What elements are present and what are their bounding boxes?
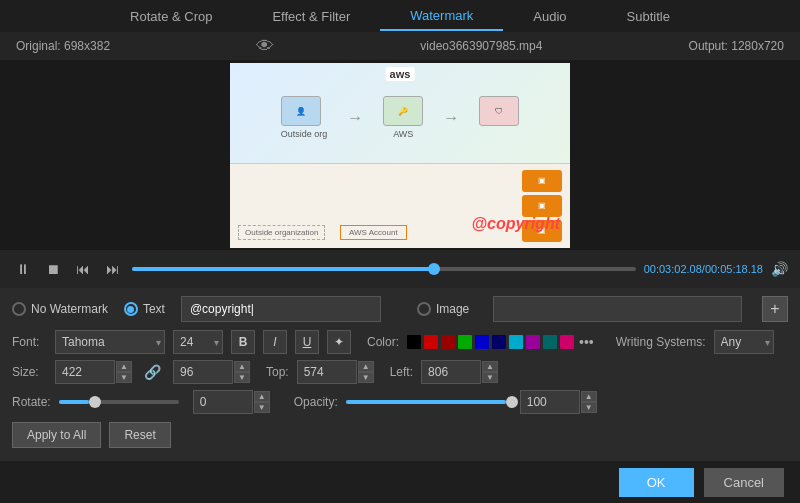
size-width-up[interactable]: ▲ — [116, 361, 132, 372]
underline-button[interactable]: U — [295, 330, 319, 354]
tab-watermark[interactable]: Watermark — [380, 2, 503, 31]
copyright-watermark: @copyright — [472, 215, 561, 233]
opacity-down[interactable]: ▼ — [581, 402, 597, 413]
font-select-wrapper: Tahoma — [55, 330, 165, 354]
opacity-slider-fill — [346, 400, 506, 404]
video-preview: aws 👤 Outside org → 🔑 AWS → 🛡 — [0, 60, 800, 250]
size-width-spinbtns: ▲ ▼ — [116, 361, 132, 383]
writing-systems-label: Writing Systems: — [616, 335, 706, 349]
color-teal[interactable] — [543, 335, 557, 349]
rotate-down[interactable]: ▼ — [254, 402, 270, 413]
italic-button[interactable]: I — [263, 330, 287, 354]
size-width-down[interactable]: ▼ — [116, 372, 132, 383]
image-watermark-option[interactable]: Image — [417, 302, 469, 316]
rotate-slider-track[interactable] — [59, 400, 179, 404]
no-watermark-option[interactable]: No Watermark — [12, 302, 108, 316]
font-size-select[interactable]: 24 — [173, 330, 223, 354]
font-label: Font: — [12, 335, 47, 349]
top-up[interactable]: ▲ — [358, 361, 374, 372]
size-height-spinner: ▲ ▼ — [173, 360, 250, 384]
watermark-text-input[interactable] — [181, 296, 381, 322]
aws-account-label: AWS Account — [340, 225, 407, 240]
apply-buttons-row: Apply to All Reset — [12, 422, 788, 448]
outside-org-label: Outside organization — [238, 225, 325, 240]
rotate-label: Rotate: — [12, 395, 51, 409]
color-red[interactable] — [424, 335, 438, 349]
tab-subtitle[interactable]: Subtitle — [597, 3, 700, 30]
add-image-button[interactable]: + — [762, 296, 788, 322]
rotate-slider-container — [59, 400, 179, 404]
color-black[interactable] — [407, 335, 421, 349]
color-cyan[interactable] — [509, 335, 523, 349]
text-watermark-option[interactable]: Text — [124, 302, 165, 316]
pause-button[interactable]: ⏸ — [12, 259, 34, 279]
color-purple[interactable] — [526, 335, 540, 349]
left-spinner: ▲ ▼ — [421, 360, 498, 384]
link-icon[interactable]: 🔗 — [144, 364, 161, 380]
top-input[interactable] — [297, 360, 357, 384]
color-pink[interactable] — [560, 335, 574, 349]
rotate-slider-fill — [59, 400, 89, 404]
image-path-input[interactable] — [493, 296, 742, 322]
opacity-up[interactable]: ▲ — [581, 391, 597, 402]
no-watermark-radio[interactable] — [12, 302, 26, 316]
opacity-spinbtns: ▲ ▼ — [581, 391, 597, 413]
size-height-down[interactable]: ▼ — [234, 372, 250, 383]
color-dark-red[interactable] — [441, 335, 455, 349]
size-width-input[interactable] — [55, 360, 115, 384]
rotate-up[interactable]: ▲ — [254, 391, 270, 402]
left-up[interactable]: ▲ — [482, 361, 498, 372]
font-select[interactable]: Tahoma — [55, 330, 165, 354]
aws-logo: aws — [386, 67, 415, 81]
rotate-slider-handle[interactable] — [89, 396, 101, 408]
strikethrough-button[interactable]: ✦ — [327, 330, 351, 354]
size-height-up[interactable]: ▲ — [234, 361, 250, 372]
top-nav: Rotate & Crop Effect & Filter Watermark … — [0, 0, 800, 32]
opacity-label: Opacity: — [294, 395, 338, 409]
color-dark-blue[interactable] — [492, 335, 506, 349]
opacity-input[interactable] — [520, 390, 580, 414]
rotate-input[interactable] — [193, 390, 253, 414]
next-button[interactable]: ⏭ — [102, 259, 124, 279]
time-display: 00:03:02.08/00:05:18.18 — [644, 263, 763, 275]
tab-rotate-crop[interactable]: Rotate & Crop — [100, 3, 242, 30]
size-width-spinner: ▲ ▼ — [55, 360, 132, 384]
no-watermark-label: No Watermark — [31, 302, 108, 316]
opacity-spinner: ▲ ▼ — [520, 390, 597, 414]
color-blue[interactable] — [475, 335, 489, 349]
left-input[interactable] — [421, 360, 481, 384]
stop-button[interactable]: ⏹ — [42, 259, 64, 279]
ok-button[interactable]: OK — [619, 468, 694, 497]
more-colors-button[interactable]: ••• — [577, 334, 596, 350]
reset-button[interactable]: Reset — [109, 422, 170, 448]
image-watermark-radio[interactable] — [417, 302, 431, 316]
size-height-input[interactable] — [173, 360, 233, 384]
color-green[interactable] — [458, 335, 472, 349]
left-down[interactable]: ▼ — [482, 372, 498, 383]
orange-box-1: ▣ — [522, 170, 562, 192]
font-size-select-wrapper: 24 — [173, 330, 223, 354]
text-watermark-radio[interactable] — [124, 302, 138, 316]
writing-systems-select[interactable]: Any — [714, 330, 774, 354]
output-resolution: Output: 1280x720 — [689, 39, 784, 53]
controls-bar: ⏸ ⏹ ⏮ ⏭ 00:03:02.08/00:05:18.18 🔊 — [0, 250, 800, 288]
apply-to-all-button[interactable]: Apply to All — [12, 422, 101, 448]
volume-button[interactable]: 🔊 — [771, 261, 788, 277]
tab-audio[interactable]: Audio — [503, 3, 596, 30]
cancel-button[interactable]: Cancel — [704, 468, 784, 497]
opacity-slider-track[interactable] — [346, 400, 506, 404]
size-height-spinbtns: ▲ ▼ — [234, 361, 250, 383]
size-row: Size: ▲ ▼ 🔗 ▲ ▼ Top: ▲ ▼ Left: — [12, 360, 788, 384]
eye-toggle[interactable]: 👁 — [256, 36, 274, 57]
bold-button[interactable]: B — [231, 330, 255, 354]
opacity-slider-container — [346, 400, 506, 404]
prev-button[interactable]: ⏮ — [72, 259, 94, 279]
image-watermark-label: Image — [436, 302, 469, 316]
opacity-slider-handle[interactable] — [506, 396, 518, 408]
progress-bar[interactable] — [132, 267, 636, 271]
diagram-top: aws 👤 Outside org → 🔑 AWS → 🛡 — [230, 63, 570, 165]
progress-handle[interactable] — [428, 263, 440, 275]
video-filename: video3663907985.mp4 — [420, 39, 542, 53]
top-down[interactable]: ▼ — [358, 372, 374, 383]
tab-effect-filter[interactable]: Effect & Filter — [242, 3, 380, 30]
